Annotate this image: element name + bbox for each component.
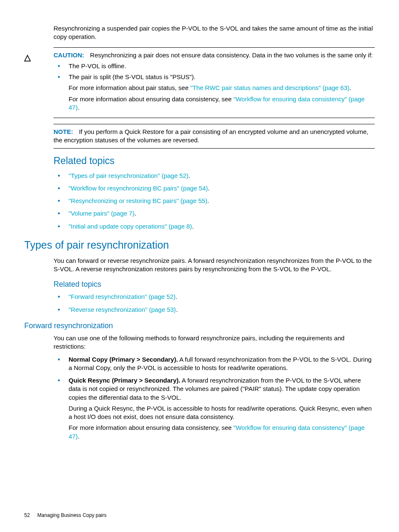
link-resync-restore-bc[interactable]: "Resynchronizing or restoring BC pairs" … [69, 197, 207, 204]
note-body: If you perform a Quick Restore for a pai… [54, 128, 368, 144]
link-workflow-resync-bc[interactable]: "Workflow for resynchronizing BC pairs" … [69, 185, 208, 192]
note-label: NOTE: [54, 128, 73, 135]
page-footer: 52Managing Business Copy pairs [24, 512, 107, 519]
related-topics-heading-2: Related topics [54, 279, 375, 289]
text: . [350, 84, 351, 91]
text: For more information about pair status, … [69, 84, 190, 91]
section-heading-types: Types of pair resynchronization [24, 238, 375, 252]
divider [54, 148, 375, 149]
list-item: "Resynchronizing or restoring BC pairs" … [54, 197, 375, 205]
list-item: Normal Copy (Primary > Secondary). A ful… [54, 355, 375, 373]
link-types-resync[interactable]: "Types of pair resynchronization" (page … [69, 172, 189, 179]
caution-item-1: The P-VOL is offline. [69, 62, 126, 69]
divider [54, 118, 375, 118]
text: . [176, 306, 178, 313]
caution-item-2-sub1: For more information about pair status, … [69, 84, 375, 92]
link-reverse-resync[interactable]: "Reverse resynchronization" (page 53) [69, 306, 176, 313]
link-volume-pairs[interactable]: "Volume pairs" (page 7) [69, 210, 134, 217]
text: . [207, 197, 209, 204]
note-text: NOTE:If you perform a Quick Restore for … [54, 128, 375, 145]
caution-item-2: The pair is split (the S-VOL status is "… [69, 73, 196, 80]
link-initial-update-copy[interactable]: "Initial and update copy operations" (pa… [69, 223, 192, 230]
list-item: The pair is split (the S-VOL status is "… [54, 73, 375, 112]
quick-resync-p2: During a Quick Resync, the P-VOL is acce… [69, 404, 375, 421]
caution-icon: △ [24, 51, 54, 63]
caution-callout: △ CAUTION:Resynchronizing a pair does no… [24, 51, 375, 115]
section-forward-para: You can use one of the following methods… [54, 334, 375, 351]
list-item: "Initial and update copy operations" (pa… [54, 222, 375, 231]
caution-label: CAUTION: [54, 51, 84, 59]
caution-lead: CAUTION:Resynchronizing a pair does not … [54, 51, 375, 59]
related-topics-heading: Related topics [54, 154, 375, 167]
footer-title: Managing Business Copy pairs [37, 512, 106, 518]
normal-copy-label: Normal Copy (Primary > Secondary). [69, 356, 178, 363]
list-item: "Workflow for resynchronizing BC pairs" … [54, 184, 375, 193]
caution-item-2-sub2: For more information about ensuring data… [69, 95, 375, 112]
list-item: "Forward resynchronization" (page 52). [54, 293, 375, 301]
text: For more information about ensuring data… [69, 424, 233, 431]
section-heading-forward: Forward resynchronization [24, 321, 375, 331]
caution-list: The P-VOL is offline. The pair is split … [54, 62, 375, 112]
forward-methods-list: Normal Copy (Primary > Secondary). A ful… [54, 355, 375, 441]
related-topics-list-1: "Types of pair resynchronization" (page … [54, 172, 375, 231]
text: . [208, 185, 210, 192]
link-pair-status[interactable]: "The RWC pair status names and descripti… [190, 84, 350, 91]
divider [54, 124, 375, 124]
intro-paragraph: Resynchronizing a suspended pair copies … [54, 24, 375, 41]
list-item: Quick Resync (Primary > Secondary). A fo… [54, 376, 375, 441]
list-item: "Types of pair resynchronization" (page … [54, 172, 375, 180]
related-topics-list-2: "Forward resynchronization" (page 52). "… [54, 293, 375, 314]
quick-resync-p3: For more information about ensuring data… [69, 424, 375, 441]
text: For more information about ensuring data… [69, 95, 233, 103]
text: . [134, 210, 136, 217]
caution-lead-text: Resynchronizing a pair does not ensure d… [84, 51, 373, 59]
section-types-para: You can forward or reverse resynchronize… [54, 257, 375, 274]
list-item: "Reverse resynchronization" (page 53). [54, 306, 375, 314]
text: . [78, 104, 79, 111]
text: . [176, 293, 177, 300]
list-item: "Volume pairs" (page 7). [54, 209, 375, 218]
quick-resync-label: Quick Resync (Primary > Secondary). [69, 377, 180, 384]
divider [54, 47, 375, 48]
text: . [192, 223, 194, 230]
note-callout: NOTE:If you perform a Quick Restore for … [54, 128, 375, 145]
page-number: 52 [24, 512, 30, 518]
text: . [78, 433, 79, 440]
list-item: The P-VOL is offline. [54, 62, 375, 70]
text: . [189, 172, 190, 179]
link-forward-resync[interactable]: "Forward resynchronization" (page 52) [69, 293, 176, 300]
